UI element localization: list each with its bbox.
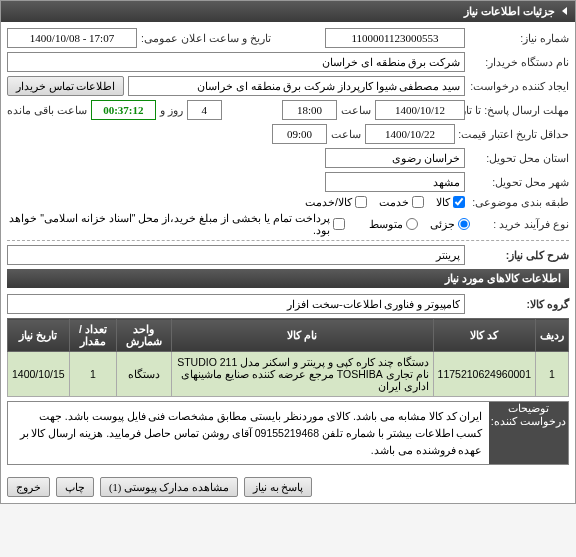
panel-title: جزئیات اطلاعات نیاز	[464, 5, 555, 17]
days-left-field	[187, 100, 222, 120]
purchase-type-label: نوع فرآیند خرید :	[474, 218, 569, 230]
validity-hour-field[interactable]	[272, 124, 327, 144]
hour-label-2: ساعت	[331, 128, 361, 140]
th-row: ردیف	[536, 319, 569, 352]
time-left-field	[91, 100, 156, 120]
goods-service-check[interactable]: کالا/خدمت	[305, 196, 367, 208]
need-no-label: شماره نیاز:	[469, 32, 569, 44]
th-code: کد کالا	[433, 319, 535, 352]
goods-group-field[interactable]	[7, 294, 465, 314]
contact-info-button[interactable]: اطلاعات تماس خریدار	[7, 76, 124, 96]
summary-field[interactable]	[7, 245, 465, 265]
requester-label: ایجاد کننده درخواست:	[469, 80, 569, 92]
hour-label-1: ساعت	[341, 104, 371, 116]
requester-notes-label: توضیحات درخواست کننده:	[489, 402, 569, 465]
service-check[interactable]: خدمت	[379, 196, 424, 208]
validity-date-field[interactable]	[365, 124, 455, 144]
announce-label: تاریخ و ساعت اعلان عمومی:	[141, 32, 271, 44]
cell-name: دستگاه چند کاره کپی و پرینتر و اسکنر مدل…	[171, 352, 433, 397]
th-qty: تعداد / مقدار	[69, 319, 116, 352]
table-row[interactable]: 1 1175210624960001 دستگاه چند کاره کپی و…	[8, 352, 569, 397]
city-label: شهر محل تحویل:	[469, 176, 569, 188]
reply-date-field[interactable]	[375, 100, 465, 120]
exit-button[interactable]: خروج	[7, 477, 50, 497]
th-unit: واحد شمارش	[117, 319, 172, 352]
th-name: نام کالا	[171, 319, 433, 352]
remain-label: ساعت باقی مانده	[7, 104, 87, 116]
cell-code: 1175210624960001	[433, 352, 535, 397]
days-and-label: روز و	[160, 104, 183, 116]
attachments-button[interactable]: مشاهده مدارک پیوستی (1)	[100, 477, 238, 497]
buyer-field[interactable]	[7, 52, 465, 72]
cell-date: 1400/10/15	[8, 352, 70, 397]
bottom-bar: پاسخ به نیاز مشاهده مدارک پیوستی (1) چاپ…	[1, 471, 575, 503]
cell-unit: دستگاه	[117, 352, 172, 397]
announce-date-field[interactable]	[7, 28, 137, 48]
requester-field[interactable]	[128, 76, 465, 96]
partial-note-check[interactable]: پرداخت تمام یا بخشی از مبلغ خرید،از محل …	[7, 212, 345, 236]
validity-label: حداقل تاریخ اعتبار قیمت: تا تاریخ:	[459, 128, 569, 140]
medium-radio[interactable]: متوسط	[369, 218, 418, 230]
cell-qty: 1	[69, 352, 116, 397]
buyer-label: نام دستگاه خریدار:	[469, 56, 569, 68]
reply-hour-field[interactable]	[282, 100, 337, 120]
collapse-icon	[562, 7, 567, 15]
province-field[interactable]	[325, 148, 465, 168]
requester-notes: ایران کد کالا مشابه می باشد. کالای موردن…	[8, 402, 489, 464]
reply-button[interactable]: پاسخ به نیاز	[244, 477, 312, 497]
partial-radio[interactable]: جزئی	[430, 218, 470, 230]
panel-header: جزئیات اطلاعات نیاز	[1, 1, 575, 22]
goods-group-label: گروه کالا:	[469, 298, 569, 310]
print-button[interactable]: چاپ	[56, 477, 94, 497]
th-date: تاریخ نیاز	[8, 319, 70, 352]
summary-label: شرح کلی نیاز:	[469, 249, 569, 261]
cell-row: 1	[536, 352, 569, 397]
purchase-type-radios: جزئی متوسط	[369, 218, 470, 230]
category-label: طبقه بندی موضوعی:	[469, 196, 569, 208]
reply-until-label: مهلت ارسال پاسخ: تا تاریخ:	[469, 104, 569, 116]
city-field[interactable]	[325, 172, 465, 192]
need-no-field[interactable]	[325, 28, 465, 48]
items-table: ردیف کد کالا نام کالا واحد شمارش تعداد /…	[7, 318, 569, 397]
goods-check[interactable]: کالا	[436, 196, 465, 208]
items-header: اطلاعات کالاهای مورد نیاز	[7, 269, 569, 288]
province-label: استان محل تحویل:	[469, 152, 569, 164]
category-radios: کالا خدمت کالا/خدمت	[305, 196, 465, 208]
